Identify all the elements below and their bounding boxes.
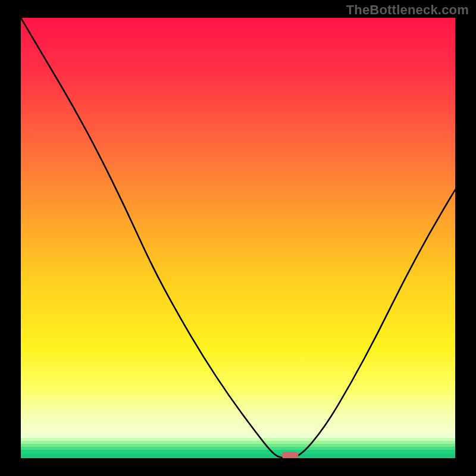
band-cream [21,434,455,438]
watermark-text: TheBottleneck.com [346,2,469,18]
chart-container: TheBottleneck.com [0,0,476,476]
gradient-body [21,18,455,440]
bottleneck-chart [21,18,455,458]
band-green-bottom [21,454,455,458]
optimal-marker [282,452,299,458]
band-green2 [21,441,455,444]
band-lightgreen [21,438,455,441]
band-green3 [21,444,455,447]
band-green4 [21,447,455,450]
band-green5 [21,450,455,454]
